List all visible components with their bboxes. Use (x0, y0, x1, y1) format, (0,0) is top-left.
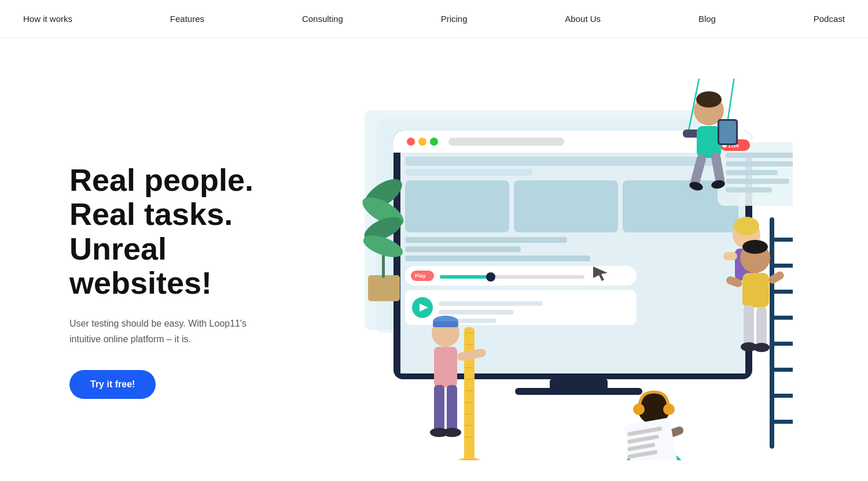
svg-rect-93 (770, 316, 793, 320)
svg-rect-13 (514, 180, 618, 232)
svg-text:Play: Play (415, 273, 426, 279)
nav-podcast[interactable]: Podcast (814, 14, 845, 24)
svg-point-7 (430, 138, 438, 146)
svg-rect-64 (433, 321, 458, 327)
hero-illustration: Play (312, 50, 833, 481)
svg-rect-38 (726, 179, 789, 184)
svg-rect-104 (756, 307, 767, 346)
svg-point-5 (407, 138, 415, 146)
svg-rect-10 (405, 157, 741, 166)
nav-how-it-works[interactable]: How it works (23, 14, 72, 24)
svg-rect-68 (447, 385, 457, 431)
svg-point-6 (418, 138, 426, 146)
hero-line3: Unreal websites! (69, 232, 312, 301)
svg-point-99 (742, 240, 768, 254)
illustration-svg: Play (353, 79, 793, 460)
svg-rect-92 (770, 290, 793, 294)
svg-rect-97 (770, 420, 793, 424)
svg-rect-100 (742, 273, 769, 308)
hero-heading: Real people. Real tasks. Unreal websites… (69, 163, 312, 301)
svg-point-75 (696, 91, 722, 108)
svg-point-109 (663, 404, 675, 415)
svg-rect-43 (368, 275, 400, 301)
svg-rect-95 (770, 368, 793, 372)
svg-rect-96 (770, 394, 793, 398)
svg-rect-91 (770, 264, 793, 268)
svg-rect-86 (723, 252, 737, 260)
nav-features[interactable]: Features (170, 14, 204, 24)
hero-line2: Real tasks. (69, 197, 312, 231)
svg-rect-103 (744, 305, 754, 346)
svg-rect-27 (439, 301, 543, 306)
nav-left: loop11 How it works Features Consulting … (23, 11, 59, 27)
svg-rect-82 (719, 121, 736, 143)
hero-section: Real people. Real tasks. Unreal websites… (0, 0, 868, 481)
nav-links: How it works Features Consulting Pricing… (0, 0, 868, 38)
svg-rect-88 (770, 217, 774, 449)
svg-rect-8 (448, 138, 564, 146)
svg-rect-16 (405, 246, 521, 252)
svg-point-84 (734, 217, 759, 235)
svg-rect-49 (464, 327, 475, 460)
svg-rect-67 (434, 385, 444, 431)
svg-rect-39 (726, 187, 772, 193)
nav-about[interactable]: About Us (565, 14, 601, 24)
svg-rect-90 (770, 238, 793, 242)
svg-point-106 (753, 343, 770, 352)
svg-rect-32 (515, 388, 642, 395)
nav-pricing[interactable]: Pricing (441, 14, 468, 24)
svg-rect-15 (405, 237, 567, 243)
svg-point-70 (443, 428, 461, 437)
svg-point-108 (633, 404, 645, 415)
hero-content: Real people. Real tasks. Unreal websites… (69, 140, 312, 399)
nav-consulting[interactable]: Consulting (302, 14, 343, 24)
svg-rect-94 (770, 342, 793, 346)
svg-rect-65 (434, 347, 457, 387)
navbar: loop11 How it works Features Consulting … (0, 0, 868, 38)
svg-rect-17 (405, 256, 590, 261)
svg-point-23 (486, 272, 495, 282)
svg-rect-28 (439, 310, 514, 314)
svg-rect-35 (726, 153, 793, 158)
nav-blog[interactable]: Blog (698, 14, 716, 24)
svg-rect-36 (726, 161, 793, 166)
svg-rect-37 (726, 170, 778, 175)
svg-rect-11 (405, 169, 532, 176)
svg-rect-12 (405, 180, 509, 232)
hero-subtext: User testing should be easy. With Loop11… (69, 316, 278, 347)
hero-line1: Real people. (69, 163, 312, 197)
try-free-button[interactable]: Try it free! (69, 370, 156, 399)
svg-rect-22 (440, 275, 491, 279)
